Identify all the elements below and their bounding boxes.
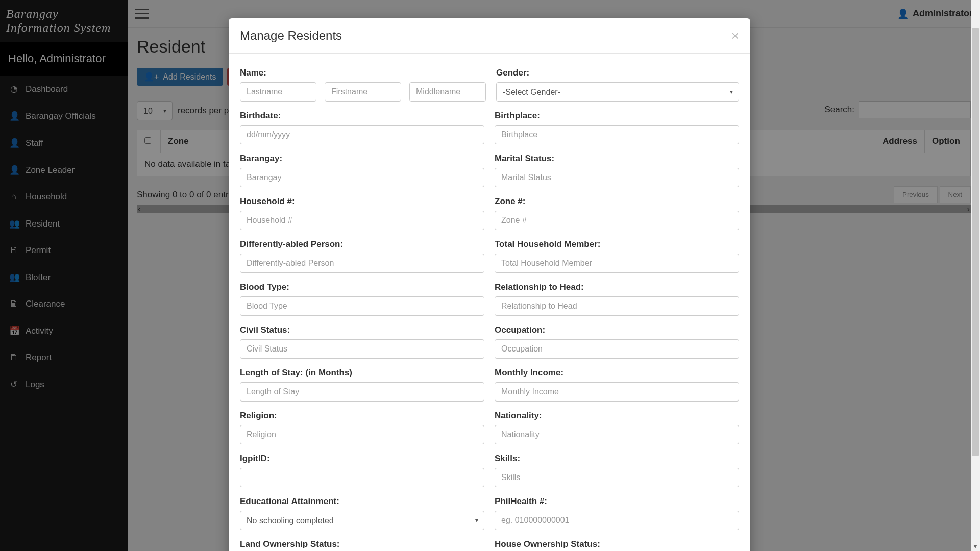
house-ownership-label: House Ownership Status: xyxy=(495,539,739,549)
blood-type-label: Blood Type: xyxy=(240,282,484,292)
blood-type-input[interactable] xyxy=(240,296,484,316)
igpit-id-input[interactable] xyxy=(240,468,484,487)
manage-residents-modal: Manage Residents × Name: Gender: -Select… xyxy=(229,18,750,551)
scroll-down-icon[interactable]: ▼ xyxy=(972,543,978,550)
skills-input[interactable] xyxy=(495,468,739,487)
civil-status-input[interactable] xyxy=(240,339,484,359)
name-label: Name: xyxy=(240,68,486,78)
monthly-income-label: Monthly Income: xyxy=(495,368,739,378)
firstname-input[interactable] xyxy=(325,82,401,102)
close-icon[interactable]: × xyxy=(731,29,739,42)
relationship-to-head-label: Relationship to Head: xyxy=(495,282,739,292)
vertical-scrollbar[interactable]: ▼ xyxy=(971,0,980,551)
zone-number-label: Zone #: xyxy=(495,196,739,207)
marital-status-label: Marital Status: xyxy=(495,154,739,164)
nationality-label: Nationality: xyxy=(495,411,739,421)
birthdate-input[interactable] xyxy=(240,125,484,144)
religion-label: Religion: xyxy=(240,411,484,421)
relationship-to-head-input[interactable] xyxy=(495,296,739,316)
igpit-id-label: IgpitID: xyxy=(240,454,484,464)
barangay-input[interactable] xyxy=(240,168,484,187)
land-ownership-label: Land Ownership Status: xyxy=(240,539,484,549)
gender-label: Gender: xyxy=(496,68,739,78)
philhealth-label: PhilHealth #: xyxy=(495,496,739,507)
birthplace-input[interactable] xyxy=(495,125,739,144)
length-of-stay-label: Length of Stay: (in Months) xyxy=(240,368,484,378)
household-number-label: Household #: xyxy=(240,196,484,207)
scrollbar-thumb[interactable] xyxy=(972,28,979,456)
barangay-label: Barangay: xyxy=(240,154,484,164)
zone-number-input[interactable] xyxy=(495,211,739,230)
occupation-input[interactable] xyxy=(495,339,739,359)
religion-input[interactable] xyxy=(240,425,484,444)
birthdate-label: Birthdate: xyxy=(240,111,484,121)
marital-status-input[interactable] xyxy=(495,168,739,187)
modal-title: Manage Residents xyxy=(240,29,342,43)
civil-status-label: Civil Status: xyxy=(240,325,484,335)
education-select[interactable]: No schooling completed xyxy=(240,511,484,530)
philhealth-input[interactable] xyxy=(495,511,739,530)
education-label: Educational Attainment: xyxy=(240,496,484,507)
total-household-member-label: Total Household Member: xyxy=(495,239,739,249)
middlename-input[interactable] xyxy=(409,82,486,102)
differently-abled-input[interactable] xyxy=(240,254,484,273)
household-number-input[interactable] xyxy=(240,211,484,230)
total-household-member-input[interactable] xyxy=(495,254,739,273)
nationality-input[interactable] xyxy=(495,425,739,444)
skills-label: Skills: xyxy=(495,454,739,464)
lastname-input[interactable] xyxy=(240,82,316,102)
birthplace-label: Birthplace: xyxy=(495,111,739,121)
gender-select[interactable]: -Select Gender- xyxy=(496,82,739,102)
differently-abled-label: Differently-abled Person: xyxy=(240,239,484,249)
occupation-label: Occupation: xyxy=(495,325,739,335)
monthly-income-input[interactable] xyxy=(495,382,739,402)
length-of-stay-input[interactable] xyxy=(240,382,484,402)
